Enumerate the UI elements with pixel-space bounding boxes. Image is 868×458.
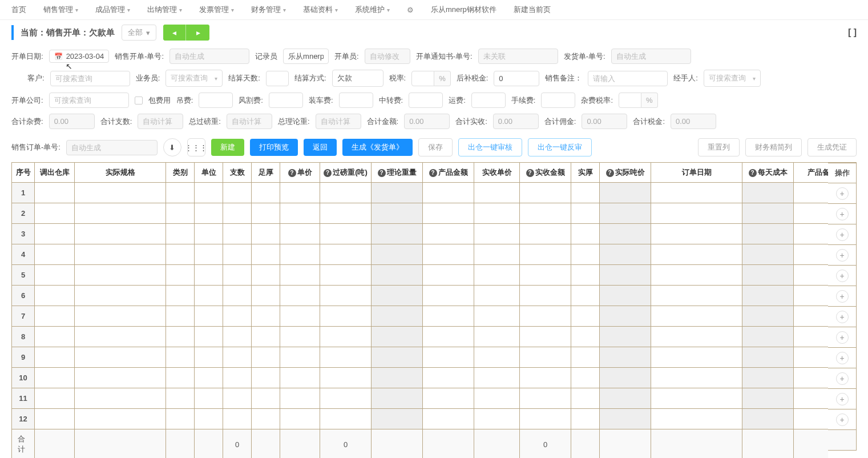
table-cell[interactable] — [320, 306, 372, 327]
table-cell[interactable] — [474, 203, 520, 224]
add-row-button[interactable]: + — [836, 270, 849, 282]
column-header[interactable]: 实际规格 — [75, 163, 166, 183]
table-cell[interactable] — [75, 203, 166, 224]
table-cell[interactable] — [794, 224, 829, 244]
add-row-button[interactable]: + — [836, 413, 849, 426]
column-header[interactable]: 单位 — [195, 163, 223, 183]
customer-input[interactable] — [50, 71, 130, 86]
table-cell[interactable] — [742, 327, 794, 347]
table-cell[interactable] — [223, 327, 252, 347]
table-cell[interactable] — [75, 388, 166, 409]
table-cell[interactable] — [75, 244, 166, 265]
table-cell[interactable] — [280, 306, 320, 327]
help-icon[interactable]: ? — [526, 169, 534, 177]
load-fee-input[interactable] — [339, 93, 373, 108]
table-cell[interactable] — [794, 203, 829, 224]
table-cell[interactable] — [223, 224, 252, 244]
table-cell[interactable]: 9 — [12, 347, 35, 368]
add-row-button[interactable]: + — [836, 331, 849, 344]
table-cell[interactable] — [520, 347, 571, 368]
table-cell[interactable] — [252, 244, 280, 265]
table-cell[interactable] — [320, 265, 372, 286]
sales-remark-input[interactable] — [588, 71, 668, 86]
table-cell[interactable] — [35, 265, 75, 286]
table-cell[interactable] — [252, 183, 280, 203]
table-cell[interactable]: 1 — [12, 183, 35, 203]
table-cell[interactable] — [571, 306, 600, 327]
table-cell[interactable] — [320, 368, 372, 388]
table-cell[interactable] — [520, 224, 571, 244]
ship-no-input[interactable] — [611, 49, 691, 64]
table-cell[interactable] — [223, 183, 252, 203]
table-cell[interactable]: 11 — [12, 388, 35, 409]
table-cell[interactable] — [474, 224, 520, 244]
table-cell[interactable] — [75, 265, 166, 286]
table-cell[interactable] — [474, 183, 520, 203]
table-cell[interactable] — [742, 409, 794, 429]
table-cell[interactable] — [223, 368, 252, 388]
suppl-tax-input[interactable] — [494, 71, 539, 86]
table-cell[interactable] — [372, 388, 423, 409]
table-cell[interactable] — [474, 368, 520, 388]
table-cell[interactable] — [600, 388, 651, 409]
table-cell[interactable] — [794, 286, 829, 306]
table-cell[interactable] — [600, 244, 651, 265]
issuer-input[interactable] — [365, 49, 410, 64]
column-header[interactable]: 调出仓库 — [35, 163, 75, 183]
table-cell[interactable] — [742, 183, 794, 203]
table-cell[interactable] — [474, 347, 520, 368]
settle-days-input[interactable] — [266, 71, 289, 86]
table-cell[interactable] — [372, 265, 423, 286]
table-cell[interactable] — [651, 224, 742, 244]
table-cell[interactable] — [166, 327, 195, 347]
table-cell[interactable] — [571, 183, 600, 203]
table-cell[interactable] — [320, 203, 372, 224]
table-cell[interactable] — [571, 327, 600, 347]
table-cell[interactable] — [252, 347, 280, 368]
table-cell[interactable] — [600, 327, 651, 347]
table-cell[interactable] — [794, 409, 829, 429]
column-header[interactable]: ?实际吨价 — [600, 163, 651, 183]
column-header[interactable]: 实收单价 — [474, 163, 520, 183]
table-cell[interactable] — [75, 347, 166, 368]
table-cell[interactable] — [742, 347, 794, 368]
table-cell[interactable] — [280, 368, 320, 388]
table-cell[interactable] — [320, 183, 372, 203]
table-cell[interactable] — [571, 368, 600, 388]
column-header[interactable]: ?理论重量 — [372, 163, 423, 183]
ship-fee-input[interactable] — [471, 93, 506, 108]
table-cell[interactable] — [474, 244, 520, 265]
table-cell[interactable] — [372, 327, 423, 347]
table-cell[interactable] — [166, 409, 195, 429]
table-cell[interactable] — [372, 347, 423, 368]
table-cell[interactable] — [35, 306, 75, 327]
table-cell[interactable] — [35, 224, 75, 244]
column-header[interactable]: 订单日期 — [651, 163, 742, 183]
table-cell[interactable] — [794, 368, 829, 388]
table-cell[interactable] — [195, 327, 223, 347]
table-cell[interactable] — [571, 409, 600, 429]
table-cell[interactable] — [474, 409, 520, 429]
table-cell[interactable] — [651, 368, 742, 388]
table-cell[interactable] — [195, 203, 223, 224]
download-button[interactable]: ⬇ — [163, 138, 181, 156]
total-tax-input[interactable] — [671, 114, 716, 129]
table-cell[interactable] — [195, 244, 223, 265]
table-cell[interactable] — [423, 224, 474, 244]
table-cell[interactable] — [35, 203, 75, 224]
table-cell[interactable] — [252, 327, 280, 347]
filter-select[interactable]: 全部 ▾ — [122, 25, 156, 41]
table-cell[interactable] — [571, 203, 600, 224]
nav-invoice[interactable]: 发票管理▾ — [199, 5, 234, 15]
table-cell[interactable] — [35, 327, 75, 347]
back-button[interactable]: 返回 — [304, 139, 337, 156]
add-row-button[interactable]: + — [836, 187, 849, 200]
table-cell[interactable] — [651, 265, 742, 286]
table-cell[interactable] — [280, 224, 320, 244]
column-header[interactable]: 类别 — [166, 163, 195, 183]
table-cell[interactable] — [794, 347, 829, 368]
nav-sales[interactable]: 销售管理▾ — [43, 5, 78, 15]
table-cell[interactable] — [166, 183, 195, 203]
transfer-fee-input[interactable] — [409, 93, 443, 108]
table-cell[interactable] — [280, 347, 320, 368]
